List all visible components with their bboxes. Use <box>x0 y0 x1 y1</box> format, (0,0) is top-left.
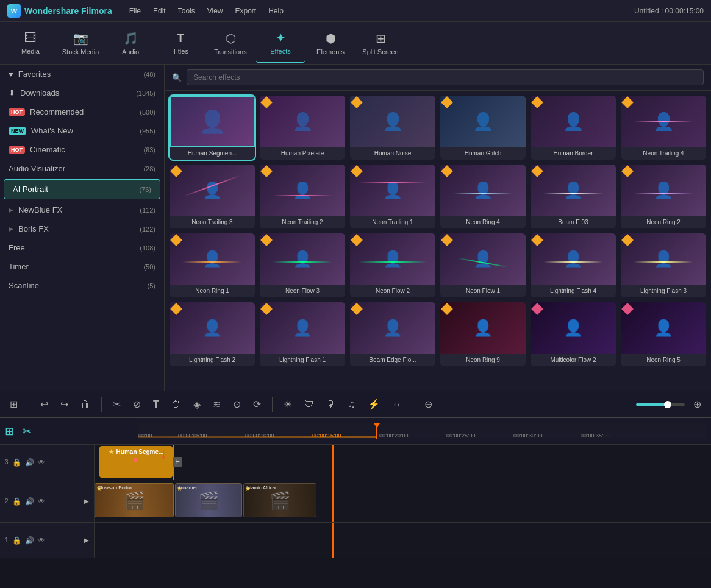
track-volume-btn[interactable]: 🔊 <box>25 458 34 467</box>
sidebar-item-newblue-fx[interactable]: ▶ NewBlue FX (112) <box>0 200 164 219</box>
undo-btn[interactable]: ↩ <box>37 396 52 413</box>
sidebar-item-scanline[interactable]: Scanline (5) <box>0 276 164 295</box>
sidebar-item-boris-fx[interactable]: ▶ Boris FX (122) <box>0 219 164 238</box>
delete-btn[interactable]: 🗑 <box>77 397 94 413</box>
track-lock-btn[interactable]: 🔒 <box>12 458 21 467</box>
sun-btn[interactable]: ☀ <box>280 396 296 413</box>
effect-label-neon-trailing-4: Neon Trailing 4 <box>621 147 706 160</box>
effect-thumb-human-seg: 👤 <box>170 96 255 147</box>
text-btn[interactable]: T <box>149 397 163 413</box>
disable-btn[interactable]: ⊘ <box>129 396 145 413</box>
effect-neon-ring-2[interactable]: 👤 Neon Ring 2 <box>621 165 706 228</box>
clip-end-btn[interactable]: ⊢ <box>173 457 182 467</box>
sidebar-item-whats-new[interactable]: NEW What's New (955) <box>0 121 164 140</box>
effect-neon-ring-1[interactable]: 👤 Neon Ring 1 <box>170 233 255 297</box>
sidebar-item-downloads[interactable]: ⬇ Downloads (1345) <box>0 83 164 102</box>
app-name: Wondershare Filmora <box>24 6 112 16</box>
sidebar-item-recommended[interactable]: HOT Recommended (500) <box>0 102 164 121</box>
effect-human-seg[interactable]: 👤 Human Segmen... <box>170 96 255 160</box>
search-input[interactable] <box>187 69 704 85</box>
menu-tools[interactable]: Tools <box>173 5 200 16</box>
effect-neon-trailing-1[interactable]: 👤 Neon Trailing 1 <box>350 165 435 228</box>
effect-human-noise[interactable]: 👤 Human Noise <box>350 96 435 160</box>
sidebar: ♥ Favorites (48) ⬇ Downloads (1345) HOT … <box>0 65 165 391</box>
effect-multicolor-flow-2[interactable]: 👤 Multicolor Flow 2 <box>531 302 616 366</box>
effect-lightning-flash-4[interactable]: 👤 Lightning Flash 4 <box>531 233 616 297</box>
effect-lightning-flash-3[interactable]: 👤 Lightning Flash 3 <box>621 233 706 297</box>
effect-neon-trailing-3[interactable]: 👤 Neon Trailing 3 <box>170 165 255 228</box>
shield-btn[interactable]: 🛡 <box>301 397 318 413</box>
swap-btn[interactable]: ↔ <box>388 397 406 413</box>
track1-eye-btn[interactable]: 👁 <box>38 536 45 545</box>
effect-thumb-human-border: 👤 <box>531 96 616 147</box>
video-clip-3[interactable]: Islamic African... ★ 🎬 <box>243 483 316 517</box>
effect-lightning-flash-1[interactable]: 👤 Lightning Flash 1 <box>260 302 345 366</box>
sidebar-downloads-count: (1345) <box>136 90 155 97</box>
transitions-icon: ⬡ <box>226 31 236 46</box>
effects-track-controls: 3 🔒 🔊 👁 <box>0 445 95 480</box>
track2-lock-btn[interactable]: 🔒 <box>12 497 21 506</box>
menu-view[interactable]: View <box>202 5 228 16</box>
separator-4 <box>413 397 413 412</box>
track-eye-btn[interactable]: 👁 <box>38 458 45 467</box>
effect-neon-flow-1[interactable]: 👤 Neon Flow 1 <box>440 233 526 297</box>
add-track-btn[interactable]: ⊞ <box>5 425 14 438</box>
toolbar-titles[interactable]: T Titles <box>156 23 205 63</box>
loop-btn[interactable]: ⟳ <box>249 396 265 413</box>
toolbar-stock-media[interactable]: 📷 Stock Media <box>56 23 105 63</box>
redo-btn[interactable]: ↪ <box>57 396 72 413</box>
ruler-mark-5: 00:00:25:00 <box>446 433 513 439</box>
zoom-slider[interactable] <box>636 403 685 406</box>
sidebar-free-label: Free <box>9 243 25 252</box>
effect-neon-ring-4[interactable]: 👤 Neon Ring 4 <box>440 165 526 228</box>
mic-btn[interactable]: 🎙 <box>323 397 340 413</box>
toolbar-effects[interactable]: ✦ Effects <box>256 23 305 63</box>
speed-btn[interactable]: ⚡ <box>364 396 384 413</box>
timer-btn[interactable]: ⏱ <box>168 397 185 413</box>
effect-neon-ring-9[interactable]: 👤 Neon Ring 9 <box>440 302 526 366</box>
track1-volume-btn[interactable]: 🔊 <box>25 536 34 545</box>
sidebar-item-cinematic[interactable]: HOT Cinematic (63) <box>0 140 164 159</box>
video-clip-2[interactable]: unnamed ★ 🎬 <box>175 483 242 517</box>
hot-badge: HOT <box>9 108 25 116</box>
sidebar-item-ai-portrait[interactable]: AI Portrait (76) <box>4 179 160 199</box>
toolbar-media[interactable]: 🎞 Media <box>6 23 55 63</box>
audio-wave-btn[interactable]: ≋ <box>209 396 224 413</box>
effect-neon-ring-5[interactable]: 👤 Neon Ring 5 <box>621 302 706 366</box>
zoom-in-btn[interactable]: ⊕ <box>690 396 705 413</box>
sidebar-item-favorites[interactable]: ♥ Favorites (48) <box>0 65 164 83</box>
menu-export[interactable]: Export <box>230 5 262 16</box>
effect-human-glitch[interactable]: 👤 Human Glitch <box>440 96 526 160</box>
menu-help[interactable]: Help <box>263 5 288 16</box>
toolbar-transitions[interactable]: ⬡ Transitions <box>206 23 255 63</box>
track2-eye-btn[interactable]: 👁 <box>38 497 45 506</box>
effect-neon-trailing-2[interactable]: 👤 Neon Trailing 2 <box>260 165 345 228</box>
effect-neon-trailing-4[interactable]: 👤 Neon Trailing 4 <box>621 96 706 160</box>
video-clip-1[interactable]: Close-up Portra... ★ 🎬 <box>95 483 174 517</box>
sidebar-item-free[interactable]: Free (108) <box>0 238 164 257</box>
effect-human-border[interactable]: 👤 Human Border <box>531 96 616 160</box>
effect-lightning-flash-2[interactable]: 👤 Lightning Flash 2 <box>170 302 255 366</box>
music-btn[interactable]: ♫ <box>345 397 359 413</box>
sidebar-item-timer[interactable]: Timer (50) <box>0 257 164 276</box>
layout-btn[interactable]: ⊞ <box>6 396 21 413</box>
track2-volume-btn[interactable]: 🔊 <box>25 497 34 506</box>
keyframe-btn[interactable]: ◈ <box>190 396 204 413</box>
cut-btn[interactable]: ✂ <box>109 396 124 413</box>
effect-neon-flow-3[interactable]: 👤 Neon Flow 3 <box>260 233 345 297</box>
effect-beam-e-03[interactable]: 👤 Beam E 03 <box>531 165 616 228</box>
effect-neon-flow-2[interactable]: 👤 Neon Flow 2 <box>350 233 435 297</box>
sidebar-item-audio-visualizer[interactable]: Audio Visualizer (28) <box>0 159 164 178</box>
effect-human-pixelate[interactable]: 👤 Human Pixelate <box>260 96 345 160</box>
toolbar-split-screen[interactable]: ⊞ Split Screen <box>356 23 405 63</box>
effect-label-human-seg: Human Segmen... <box>170 147 255 160</box>
toolbar-audio[interactable]: 🎵 Audio <box>106 23 155 63</box>
menu-file[interactable]: File <box>124 5 146 16</box>
menu-edit[interactable]: Edit <box>148 5 171 16</box>
zoom-out-btn[interactable]: ⊖ <box>421 396 436 413</box>
scissors-btn[interactable]: ✂ <box>23 425 32 438</box>
effect-beam-edge-flo[interactable]: 👤 Beam Edge Flo... <box>350 302 435 366</box>
circle-btn[interactable]: ⊙ <box>229 396 245 413</box>
toolbar-elements[interactable]: ⬢ Elements <box>306 23 355 63</box>
track1-lock-btn[interactable]: 🔒 <box>12 536 21 545</box>
